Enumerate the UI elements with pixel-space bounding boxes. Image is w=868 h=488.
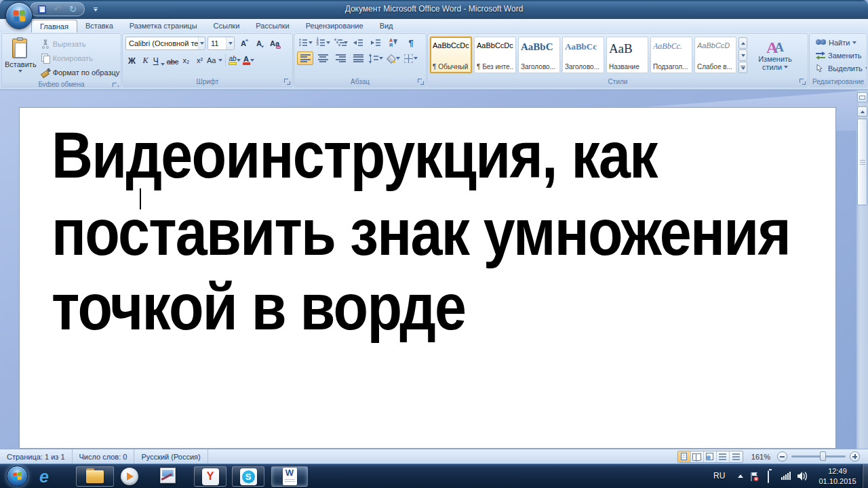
subscript-button[interactable]: x₂ bbox=[180, 54, 193, 67]
align-right-button[interactable] bbox=[332, 52, 349, 65]
word-count-status[interactable]: Число слов: 0 bbox=[73, 449, 135, 464]
web-layout-view-button[interactable] bbox=[704, 451, 717, 462]
cut-button[interactable]: Вырезать bbox=[39, 37, 121, 50]
align-center-button[interactable] bbox=[315, 52, 331, 65]
italic-button[interactable]: К bbox=[139, 54, 152, 67]
start-button[interactable] bbox=[7, 466, 28, 487]
replace-button[interactable]: Заменить bbox=[812, 49, 864, 62]
style-normal[interactable]: AaBbCcDc ¶ Обычный bbox=[430, 37, 472, 73]
zoom-level[interactable]: 161% bbox=[751, 453, 770, 461]
style-subtitle[interactable]: AaBbCc. Подзагол... bbox=[650, 37, 692, 73]
font-color-button[interactable]: А bbox=[242, 54, 255, 67]
save-button[interactable] bbox=[36, 3, 47, 15]
font-name-combo[interactable]: Calibri (Основной те bbox=[125, 37, 205, 50]
draft-view-button[interactable] bbox=[730, 451, 743, 462]
hidden-icons-chevron[interactable] bbox=[738, 474, 743, 478]
tab-page-layout[interactable]: Разметка страницы bbox=[121, 20, 205, 33]
fullscreen-reading-view-button[interactable] bbox=[691, 451, 704, 462]
tab-mailings[interactable]: Рассылки bbox=[248, 20, 297, 33]
show-paragraph-marks-button[interactable]: ¶ bbox=[403, 36, 419, 49]
office-button[interactable] bbox=[5, 2, 33, 29]
decrease-indent-button[interactable] bbox=[350, 36, 366, 49]
chevron-down-icon[interactable] bbox=[226, 37, 234, 49]
zoom-slider[interactable] bbox=[791, 455, 846, 458]
clear-formatting-button[interactable]: Aa bbox=[268, 37, 281, 50]
language-indicator[interactable]: RU bbox=[713, 471, 725, 481]
tab-home[interactable]: Главная bbox=[31, 20, 77, 33]
zoom-slider-thumb[interactable] bbox=[820, 451, 826, 461]
style-heading1[interactable]: AaBbC Заголово... bbox=[518, 37, 560, 73]
style-no-spacing[interactable]: AaBbCcDc ¶ Без инте... bbox=[474, 37, 516, 73]
zoom-out-button[interactable] bbox=[777, 451, 787, 462]
taskbar-skype-button[interactable]: S bbox=[232, 466, 264, 487]
tab-view[interactable]: Вид bbox=[372, 20, 401, 33]
page-count-status[interactable]: Страница: 1 из 1 bbox=[0, 449, 73, 464]
shading-button[interactable] bbox=[385, 52, 401, 65]
format-painter-button[interactable]: Формат по образцу bbox=[39, 66, 121, 79]
styles-gallery-more-button[interactable] bbox=[738, 62, 747, 73]
vertical-scrollbar[interactable] bbox=[856, 90, 868, 449]
grow-font-button[interactable]: A bbox=[237, 37, 250, 50]
styles-scroll-up-button[interactable] bbox=[738, 37, 747, 49]
taskbar-ie-button[interactable]: e bbox=[39, 468, 49, 485]
taskbar-media-player-button[interactable] bbox=[121, 468, 138, 485]
highlight-button[interactable]: ab bbox=[229, 54, 241, 67]
strikethrough-button[interactable]: abc bbox=[166, 54, 179, 67]
show-desktop-button[interactable] bbox=[862, 464, 868, 488]
select-button[interactable]: Выделить bbox=[812, 62, 864, 75]
tab-insert[interactable]: Вставка bbox=[77, 20, 121, 33]
scroll-up-button[interactable] bbox=[857, 106, 867, 117]
sort-button[interactable]: А Я bbox=[385, 36, 401, 49]
taskbar-paint-button[interactable] bbox=[160, 468, 176, 483]
customize-qat-button[interactable] bbox=[91, 4, 100, 15]
print-layout-view-button[interactable] bbox=[678, 451, 691, 462]
styles-scroll-down-button[interactable] bbox=[738, 49, 747, 61]
skype-letter: S bbox=[242, 470, 255, 483]
tab-references[interactable]: Ссылки bbox=[205, 20, 248, 33]
undo-button[interactable]: ↶ bbox=[52, 3, 63, 15]
document-page[interactable]: Видеоинструкция, как поставить знак умно… bbox=[19, 107, 836, 449]
language-status[interactable]: Русский (Россия) bbox=[134, 449, 208, 464]
justify-button[interactable] bbox=[350, 52, 366, 65]
copy-button[interactable]: Копировать bbox=[39, 52, 121, 64]
font-size-combo[interactable]: 11 bbox=[208, 37, 235, 50]
paragraph-dialog-launcher[interactable] bbox=[418, 79, 424, 85]
tab-review[interactable]: Рецензирование bbox=[298, 20, 372, 33]
borders-button[interactable] bbox=[403, 52, 419, 65]
italic-label: К bbox=[143, 56, 149, 66]
clipboard-dialog-launcher[interactable] bbox=[113, 83, 119, 87]
bullets-button[interactable] bbox=[297, 36, 313, 49]
redo-button[interactable]: ↻ bbox=[67, 3, 79, 15]
style-subtle-emphasis[interactable]: AaBbCcD Слабое в... bbox=[694, 37, 736, 73]
font-dialog-launcher[interactable] bbox=[284, 79, 290, 85]
find-button[interactable]: Найти bbox=[812, 36, 864, 49]
increase-indent-button[interactable] bbox=[368, 36, 384, 49]
action-center-flag-icon[interactable] bbox=[750, 472, 759, 485]
multilevel-list-button[interactable] bbox=[332, 36, 349, 49]
style-heading2[interactable]: AaBbCc Заголово... bbox=[562, 37, 604, 73]
network-signal-icon[interactable] bbox=[781, 471, 791, 480]
numbering-button[interactable] bbox=[315, 36, 331, 49]
taskbar-yandex-button[interactable]: Y bbox=[194, 466, 226, 487]
superscript-button[interactable]: x² bbox=[193, 54, 206, 67]
taskbar-clock[interactable]: 12:49 01.10.2015 bbox=[815, 466, 860, 487]
underline-button[interactable]: Ч bbox=[153, 54, 165, 67]
change-styles-button[interactable]: А А Изменить стили bbox=[749, 37, 801, 71]
shrink-font-button[interactable]: A bbox=[252, 37, 266, 50]
outline-view-button[interactable] bbox=[717, 451, 730, 462]
speaker-icon[interactable] bbox=[797, 471, 808, 483]
chevron-down-icon[interactable] bbox=[198, 37, 205, 49]
style-title[interactable]: АаВ Название bbox=[606, 37, 648, 73]
paste-button[interactable]: Вставить bbox=[5, 36, 37, 79]
taskbar-word-button[interactable]: W bbox=[271, 466, 308, 487]
scrollbar-thumb[interactable] bbox=[857, 119, 867, 205]
bold-button[interactable]: Ж bbox=[125, 54, 138, 67]
zoom-in-button[interactable] bbox=[850, 451, 860, 462]
battery-icon[interactable] bbox=[768, 470, 769, 483]
styles-dialog-launcher[interactable] bbox=[800, 79, 806, 85]
align-left-button[interactable] bbox=[297, 52, 313, 65]
ruler-toggle-button[interactable] bbox=[857, 92, 867, 102]
change-case-button[interactable]: Aa bbox=[207, 54, 222, 67]
line-spacing-button[interactable] bbox=[368, 52, 384, 65]
taskbar-explorer-button[interactable] bbox=[76, 466, 114, 487]
